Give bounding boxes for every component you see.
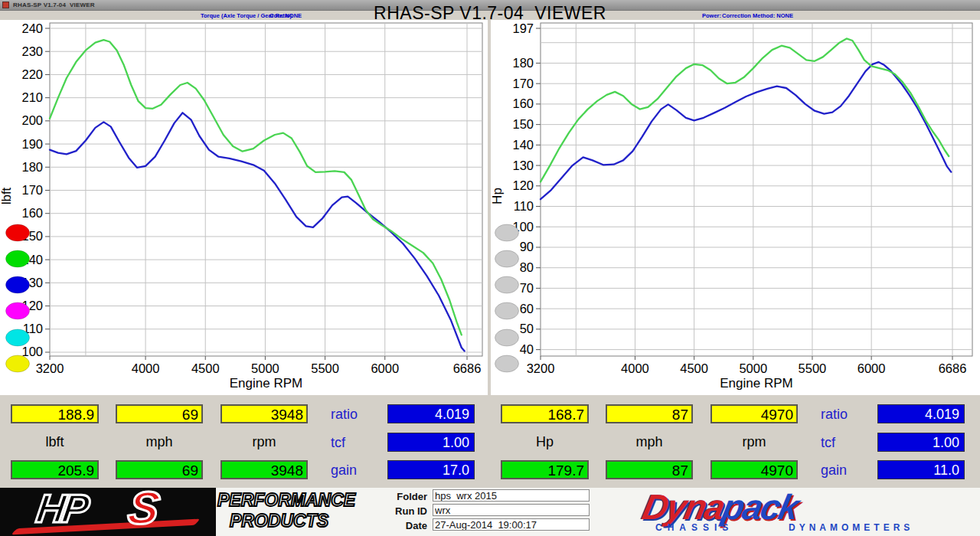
torque-chart-y-axis-title: lbft <box>0 187 14 204</box>
power-chart-plot-area <box>541 23 972 356</box>
dynapack-logo-dyna: Dyna <box>639 487 727 527</box>
torque-chart-run-color-button-6[interactable] <box>6 355 30 372</box>
speed-unit-label-right: mph <box>606 433 693 452</box>
window-titlebar[interactable]: RHAS-SP V1.7-04 VIEWER <box>0 0 980 11</box>
dynapack-dynamometers-text: DYNAMOMETERS <box>789 522 913 533</box>
torque-chart-run-color-button-4[interactable] <box>6 302 30 319</box>
rpm-unit-label-left: rpm <box>220 433 308 452</box>
torque-chart-run-color-button-2[interactable] <box>6 250 30 267</box>
folder-label: Folder <box>351 491 427 502</box>
dynapack-logo: Dynapack <box>639 486 802 528</box>
svg-text:197: 197 <box>512 21 534 35</box>
power-chart: 1971801701601501401301201101009080706050… <box>491 20 980 395</box>
power-chart-run-color-button-5[interactable] <box>495 329 519 346</box>
torque-chart-panel: 2402302202102001901801701601501401301201… <box>0 20 488 395</box>
svg-text:4000: 4000 <box>621 361 649 375</box>
power-header-label: Power: <box>702 12 721 19</box>
power-chart-run-color-button-6[interactable] <box>495 355 519 372</box>
svg-text:90: 90 <box>520 240 534 253</box>
svg-text:110: 110 <box>514 199 534 213</box>
svg-text:6000: 6000 <box>858 361 886 375</box>
hps-logo: HP S <box>0 488 216 536</box>
dynapack-chassis-text: CHASSIS <box>655 522 733 533</box>
speed-cursor-value-run1-left: 69 <box>116 404 203 423</box>
power-chart-run-color-button-4[interactable] <box>495 302 519 319</box>
date-label: Date <box>351 520 427 531</box>
svg-text:80: 80 <box>520 260 534 274</box>
torque-chart-x-tick-labels: 3200400045005000550060006686 <box>36 361 482 375</box>
torque-chart-run-color-button-3[interactable] <box>6 276 30 293</box>
tcf-label-right: tcf <box>821 433 874 452</box>
svg-text:180: 180 <box>21 160 43 174</box>
svg-text:5000: 5000 <box>739 361 767 375</box>
svg-text:50: 50 <box>520 322 534 335</box>
power-chart-x-axis-title: Engine RPM <box>720 376 792 391</box>
power-chart-y-axis-title: Hp <box>491 188 505 204</box>
power-cursor-value-run1: 168.7 <box>501 404 589 423</box>
svg-text:5500: 5500 <box>311 361 339 375</box>
power-chart-x-tick-labels: 3200400045005000550060006686 <box>527 361 967 375</box>
power-chart-panel: 1971801701601501401301201101009080706050… <box>491 20 980 395</box>
svg-text:5000: 5000 <box>251 361 279 375</box>
svg-text:5500: 5500 <box>799 361 827 375</box>
svg-text:4500: 4500 <box>191 361 220 375</box>
gain-label-left: gain <box>331 460 384 479</box>
svg-text:200: 200 <box>21 113 43 127</box>
speed-unit-label-left: mph <box>116 433 203 452</box>
svg-text:4000: 4000 <box>132 361 160 375</box>
svg-text:160: 160 <box>512 96 534 110</box>
svg-text:3200: 3200 <box>36 361 64 375</box>
speed-cursor-value-run2-left: 69 <box>116 460 203 479</box>
run-id-input[interactable] <box>433 504 590 516</box>
svg-text:180: 180 <box>512 56 534 70</box>
svg-text:160: 160 <box>21 206 43 220</box>
rpm-cursor-value-run2-right: 4970 <box>710 460 798 479</box>
ratio-label-right: ratio <box>821 404 874 423</box>
svg-text:3200: 3200 <box>527 361 555 375</box>
hps-logo-s: S <box>125 488 163 534</box>
date-input[interactable] <box>433 518 590 531</box>
svg-text:230: 230 <box>21 44 43 58</box>
svg-text:240: 240 <box>21 21 43 35</box>
rpm-cursor-value-run1-left: 3948 <box>220 404 308 423</box>
svg-text:140: 140 <box>512 138 534 152</box>
window-title: RHAS-SP V1.7-04 VIEWER <box>13 2 95 8</box>
gain-value-right: 11.0 <box>877 460 965 479</box>
svg-text:6000: 6000 <box>371 361 399 375</box>
svg-text:40: 40 <box>520 342 534 356</box>
ratio-value-left: 4.019 <box>387 404 475 423</box>
tcf-value-left: 1.00 <box>387 433 475 452</box>
svg-text:150: 150 <box>512 117 534 131</box>
svg-text:170: 170 <box>21 183 43 197</box>
power-chart-run-color-button-3[interactable] <box>495 276 519 293</box>
svg-text:190: 190 <box>21 137 43 151</box>
tcf-label-left: tcf <box>331 433 384 452</box>
svg-text:6686: 6686 <box>939 361 967 375</box>
tcf-value-right: 1.00 <box>877 433 965 452</box>
ratio-label-left: ratio <box>331 404 384 423</box>
svg-text:4500: 4500 <box>680 361 708 375</box>
svg-text:70: 70 <box>520 281 534 295</box>
speed-cursor-value-run2-right: 87 <box>606 460 693 479</box>
footer-strip: HP S PERFORMANCE PRODUCTS Folder Run ID … <box>0 488 980 536</box>
power-chart-run-color-button-2[interactable] <box>495 250 519 267</box>
gain-value-left: 17.0 <box>387 460 475 479</box>
power-correction-label: Correction Method: NONE <box>722 12 793 19</box>
svg-text:170: 170 <box>512 77 534 90</box>
torque-chart-run-color-button-5[interactable] <box>6 329 30 346</box>
speed-cursor-value-run1-right: 87 <box>606 404 693 423</box>
folder-input[interactable] <box>433 489 590 502</box>
svg-text:220: 220 <box>21 67 43 81</box>
ratio-value-right: 4.019 <box>877 404 965 423</box>
dynapack-logo-pack: pack <box>719 487 802 527</box>
torque-chart: 2402302202102001901801701601501401301201… <box>0 20 488 395</box>
power-unit-label: Hp <box>501 433 589 452</box>
svg-text:210: 210 <box>21 90 43 104</box>
rpm-cursor-value-run2-left: 3948 <box>220 460 308 479</box>
rpm-unit-label-right: rpm <box>710 433 798 452</box>
gain-label-right: gain <box>821 460 874 479</box>
power-cursor-value-run2: 179.7 <box>501 460 589 479</box>
dyno-viewer-window: { "window": { "titlebar_title": "RHAS-SP… <box>0 0 980 536</box>
power-chart-run-color-button-1[interactable] <box>495 224 519 241</box>
torque-chart-run-color-button-1[interactable] <box>6 224 30 241</box>
